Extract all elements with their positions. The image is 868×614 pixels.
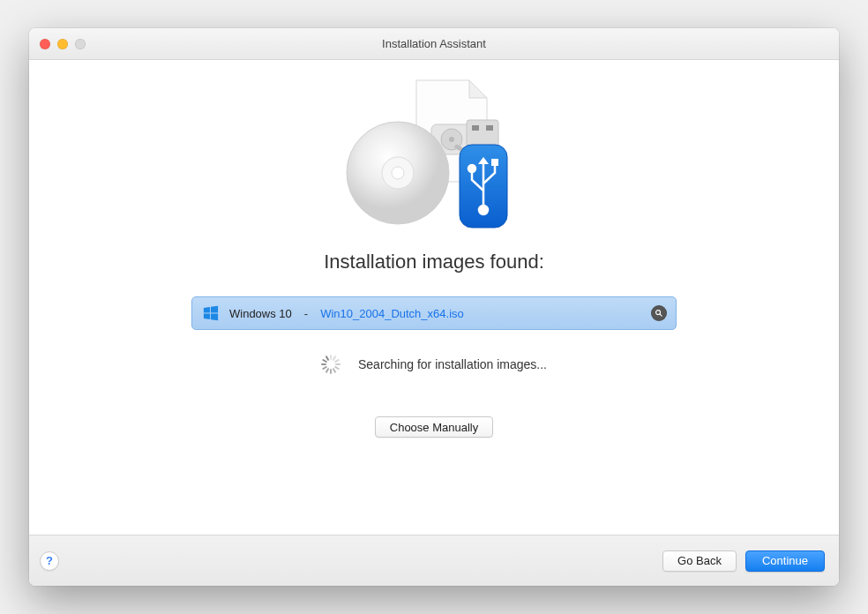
installation-images-list: Windows 10 - Win10_2004_Dutch_x64.iso <box>191 296 677 330</box>
window-title: Installation Assistant <box>382 37 486 50</box>
installation-assistant-window: Installation Assistant <box>29 28 839 586</box>
heading-images-found: Installation images found: <box>324 251 544 273</box>
help-button[interactable]: ? <box>40 551 59 571</box>
choose-manually-button[interactable]: Choose Manually <box>375 416 493 438</box>
installation-image-row[interactable]: Windows 10 - Win10_2004_Dutch_x64.iso <box>191 296 677 330</box>
searching-label: Searching for installation images... <box>358 357 547 371</box>
windows-icon <box>203 305 219 321</box>
zoom-button[interactable] <box>75 39 86 49</box>
svg-point-12 <box>479 206 488 214</box>
svg-rect-7 <box>467 120 498 146</box>
image-filename-link[interactable]: Win10_2004_Dutch_x64.iso <box>320 307 464 320</box>
minimize-button[interactable] <box>57 39 68 49</box>
svg-rect-9 <box>486 125 493 131</box>
help-icon: ? <box>46 554 53 567</box>
svg-rect-8 <box>472 125 479 131</box>
searching-status: Searching for installation images... <box>321 355 547 374</box>
window-controls <box>40 39 86 49</box>
close-button[interactable] <box>40 39 50 49</box>
content-area: Installation images found: Windows 10 - … <box>29 60 839 535</box>
go-back-button[interactable]: Go Back <box>662 550 737 572</box>
footer: ? Go Back Continue <box>29 535 839 586</box>
continue-button[interactable]: Continue <box>745 550 825 572</box>
svg-rect-14 <box>491 159 498 166</box>
svg-point-6 <box>392 167 404 179</box>
svg-point-13 <box>468 165 475 172</box>
reveal-in-finder-button[interactable] <box>651 305 667 321</box>
svg-line-16 <box>660 314 662 316</box>
separator: - <box>304 307 308 320</box>
os-name-label: Windows 10 <box>229 307 292 320</box>
svg-point-2 <box>449 137 454 142</box>
spinner-icon <box>321 355 340 374</box>
installation-sources-illustration <box>333 76 535 235</box>
titlebar: Installation Assistant <box>29 28 839 60</box>
